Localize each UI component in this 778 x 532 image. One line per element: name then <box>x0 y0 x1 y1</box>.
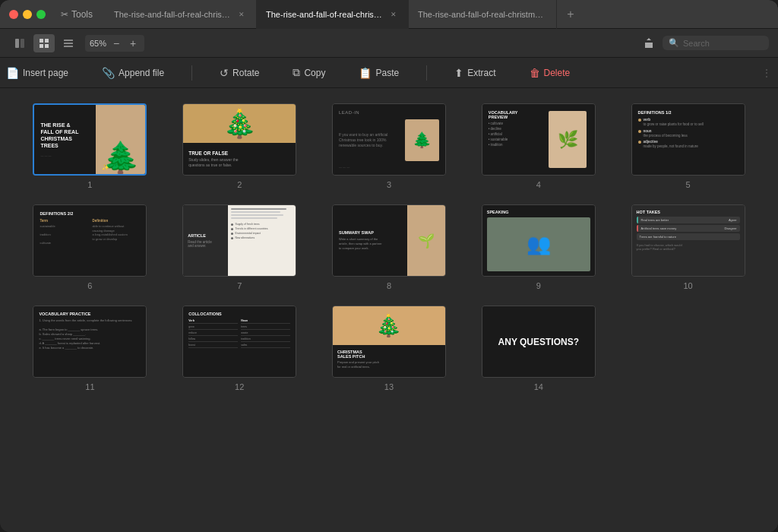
slide-10-options: Real trees are better Agree Artificial t… <box>637 217 740 240</box>
list-view-button[interactable] <box>58 34 79 52</box>
slide-thumb-3[interactable]: LEAD-IN If you want to buy an artificial… <box>332 103 446 176</box>
tab-1-close[interactable]: ✕ <box>236 9 247 20</box>
slide-2-img: 🎄 <box>183 104 296 143</box>
search-input[interactable] <box>683 39 763 48</box>
rotate-button[interactable]: ↺ Rotate <box>213 64 265 82</box>
tabs-container: The-rise-and-fall-of-real-christmas-tree… <box>105 0 769 29</box>
actionbar: 📄 Insert page 📎 Append file ↺ Rotate ⧉ C… <box>0 58 778 88</box>
slide-thumb-10[interactable]: HOT TAKES Real trees are better Agree Ar… <box>631 204 745 277</box>
slide-item-2[interactable]: 🎄 TRUE OR FALSE Study slides, then answe… <box>172 103 307 189</box>
slide-4-image: 🌿 <box>549 111 587 168</box>
slide-thumb-14[interactable]: ANY QUESTIONS? <box>482 306 596 378</box>
slide-item-10[interactable]: HOT TAKES Real trees are better Agree Ar… <box>621 204 755 290</box>
slide-item-13[interactable]: 🎄 CHRISTMASSALES PITCH Prepare and prese… <box>322 306 457 391</box>
slide-num-5: 5 <box>686 180 691 189</box>
tab-3[interactable]: The-rise-and-fall-of-real-christmas-tree… <box>409 0 557 29</box>
svg-rect-3 <box>45 39 49 43</box>
slide-6-col1-title: Term <box>40 219 87 223</box>
slide-item-12[interactable]: COLLOCATIONS Verb Noun grow trees <box>172 306 307 391</box>
zoom-in-button[interactable]: + <box>126 36 140 50</box>
slide-num-14: 14 <box>534 382 543 391</box>
slide-item-3[interactable]: LEAD-IN If you want to buy an artificial… <box>322 103 457 189</box>
slide-item-5[interactable]: DEFINITIONS 1/2 verbto grow or raise pla… <box>621 103 755 189</box>
slide-item-9[interactable]: SPEAKING 👥 9 <box>471 204 606 290</box>
slide-thumb-9[interactable]: SPEAKING 👥 <box>482 204 596 277</box>
paste-icon: 📋 <box>359 67 372 79</box>
slide-thumb-5[interactable]: DEFINITIONS 1/2 verbto grow or raise pla… <box>631 103 745 176</box>
slide-13-image: 🎄 <box>333 306 445 345</box>
slide-item-4[interactable]: VOCABULARYPREVIEW • cultivate • decline … <box>471 103 606 189</box>
add-tab-button[interactable]: + <box>560 4 581 25</box>
sidebar-toggle-button[interactable] <box>9 34 30 52</box>
slide-thumb-11[interactable]: VOCABULARY PRACTICE 1. Using the words f… <box>33 306 147 378</box>
tab-2-label: The-rise-and-fall-of-real-christmas-tree… <box>266 10 384 19</box>
slide-thumb-1[interactable]: THE RISE &FALL OF REALCHRISTMASTREES — —… <box>33 103 147 176</box>
slide-11-text: 1. Using the words from the article, com… <box>39 318 141 350</box>
tools-menu-button[interactable]: ✂ Tools <box>55 8 99 21</box>
slide-14-title: ANY QUESTIONS? <box>498 337 579 347</box>
svg-rect-2 <box>40 39 43 43</box>
slide-3-header: LEAD-IN <box>339 110 439 115</box>
delete-icon: 🗑 <box>530 67 540 79</box>
slide-1-title: THE RISE &FALL OF REALCHRISTMASTREES <box>40 122 89 149</box>
slide-thumb-2[interactable]: 🎄 TRUE OR FALSE Study slides, then answe… <box>182 103 296 176</box>
slide-item-7[interactable]: ARTICLE Read the articleand answer. Supp… <box>172 204 307 290</box>
slide-thumb-13[interactable]: 🎄 CHRISTMASSALES PITCH Prepare and prese… <box>332 306 446 378</box>
delete-button[interactable]: 🗑 Delete <box>523 64 577 82</box>
slide-num-4: 4 <box>536 180 541 189</box>
slide-thumb-4[interactable]: VOCABULARYPREVIEW • cultivate • decline … <box>482 103 596 176</box>
append-file-button[interactable]: 📎 Append file <box>96 64 170 82</box>
copy-button[interactable]: ⧉ Copy <box>286 63 331 82</box>
share-button[interactable] <box>638 34 659 52</box>
tab-2-close[interactable]: ✕ <box>388 9 399 20</box>
slide-item-6[interactable]: DEFINITIONS 2/2 Term sustainabletraditio… <box>23 204 157 290</box>
slide-3-footer: — — — <box>339 165 439 169</box>
slide-7-head: ARTICLE <box>188 233 223 238</box>
maximize-button[interactable] <box>36 10 46 19</box>
close-button[interactable] <box>9 10 18 19</box>
slide-item-1[interactable]: THE RISE &FALL OF REALCHRISTMASTREES — —… <box>23 103 157 189</box>
extract-button[interactable]: ⬆ Extract <box>448 64 501 82</box>
rotate-icon: ↺ <box>220 67 229 79</box>
slide-12-title: COLLOCATIONS <box>188 312 290 316</box>
main-content: THE RISE &FALL OF REALCHRISTMASTREES — —… <box>0 88 778 532</box>
slide-7-sub: Read the articleand answer. <box>188 240 223 248</box>
slide-1-lights: ✨ <box>102 164 109 171</box>
tab-2[interactable]: The-rise-and-fall-of-real-christmas-tree… <box>257 0 409 29</box>
insert-page-button[interactable]: 📄 Insert page <box>0 64 74 82</box>
slide-thumb-8[interactable]: SUMMARY SWAP Write a short summary of th… <box>332 204 446 277</box>
slide-item-14[interactable]: ANY QUESTIONS? 14 <box>471 306 606 391</box>
slide-item-8[interactable]: SUMMARY SWAP Write a short summary of th… <box>322 204 457 290</box>
slide-6-col2-title: Definition <box>92 219 140 223</box>
rotate-label: Rotate <box>232 68 259 78</box>
slide-thumb-6[interactable]: DEFINITIONS 2/2 Term sustainabletraditio… <box>33 204 147 277</box>
insert-page-icon: 📄 <box>6 67 19 79</box>
slide-4-title: VOCABULARYPREVIEW <box>489 110 547 119</box>
tab-3-label: The-rise-and-fall-of-real-christmas-tree… <box>418 10 547 19</box>
tab-1[interactable]: The-rise-and-fall-of-real-christmas-tree… <box>105 0 257 29</box>
slide-num-1: 1 <box>87 180 92 189</box>
slide-num-9: 9 <box>536 281 541 290</box>
grid-view-button[interactable] <box>33 34 55 52</box>
zoom-control: 65% − + <box>85 35 144 52</box>
slide-item-11[interactable]: VOCABULARY PRACTICE 1. Using the words f… <box>23 306 157 391</box>
svg-rect-4 <box>40 44 43 48</box>
svg-rect-8 <box>64 46 73 47</box>
slide-thumb-12[interactable]: COLLOCATIONS Verb Noun grow trees <box>182 306 296 378</box>
slide-thumb-7[interactable]: ARTICLE Read the articleand answer. Supp… <box>182 204 296 277</box>
slide-5-def2: nounthe process of becoming less <box>644 129 688 138</box>
traffic-lights <box>9 10 46 19</box>
paste-button[interactable]: 📋 Paste <box>353 64 405 82</box>
slide-3-text: If you want to buy an artificialChristma… <box>339 132 399 148</box>
slide-10-title: HOT TAKES <box>637 210 740 214</box>
slide-8-title: SUMMARY SWAP <box>339 230 401 235</box>
slide-12-table: Verb Noun grow trees reduce waste <box>188 319 290 348</box>
slide-13-title: CHRISTMASSALES PITCH <box>337 350 441 359</box>
delete-label: Delete <box>544 68 571 78</box>
slide-num-3: 3 <box>387 180 391 189</box>
slide-5-title: DEFINITIONS 1/2 <box>638 110 738 115</box>
svg-rect-6 <box>64 40 73 41</box>
minimize-button[interactable] <box>23 10 32 19</box>
zoom-out-button[interactable]: − <box>109 36 123 50</box>
slide-num-6: 6 <box>87 281 92 290</box>
